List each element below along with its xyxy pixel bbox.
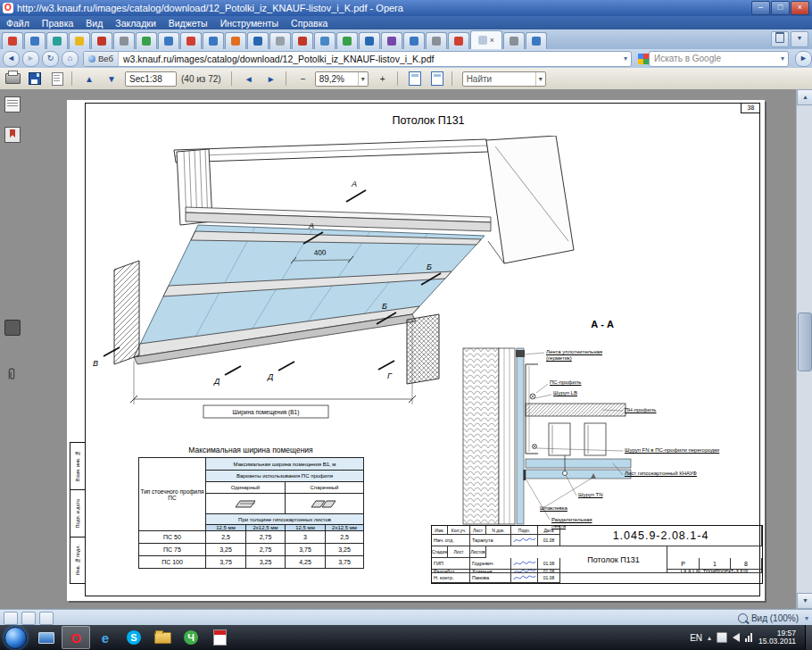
- maximize-button[interactable]: □: [771, 1, 790, 15]
- next-view-button[interactable]: ►: [261, 71, 281, 87]
- tab[interactable]: [91, 32, 112, 49]
- url-text[interactable]: w3.knauf.ru/images/catalog/download/12_P…: [119, 54, 620, 64]
- start-button[interactable]: [4, 627, 27, 649]
- search-dropdown-icon[interactable]: ▾: [777, 54, 788, 62]
- volume-icon[interactable]: [733, 633, 740, 642]
- tab[interactable]: [359, 32, 380, 49]
- closed-tabs-button[interactable]: [771, 31, 789, 47]
- signature: [511, 558, 538, 570]
- copy-button[interactable]: [47, 71, 67, 87]
- tab[interactable]: [448, 32, 469, 49]
- opera-logo-icon: O: [3, 3, 13, 13]
- show-desktop-button[interactable]: [805, 625, 812, 650]
- page-number-input[interactable]: Sec1:38: [125, 71, 177, 87]
- fit-page-button[interactable]: [427, 71, 447, 87]
- scrollbar-thumb[interactable]: [798, 312, 812, 371]
- tab[interactable]: [113, 32, 135, 49]
- tab[interactable]: [336, 32, 358, 49]
- go-button[interactable]: ►: [795, 51, 812, 67]
- vertical-scrollbar[interactable]: ▲ ▼: [796, 89, 812, 609]
- zoom-out-button[interactable]: −: [294, 71, 313, 87]
- status-tools-button[interactable]: [39, 612, 54, 625]
- title-block: Изм. Кол.уч. Лист N док. Подп. Дата 1.04…: [431, 525, 763, 584]
- tab[interactable]: [269, 32, 291, 49]
- images-button[interactable]: [21, 612, 36, 625]
- stamp-header: Подп.: [511, 526, 538, 535]
- menu-view[interactable]: Вид: [79, 18, 109, 29]
- tab-list-button[interactable]: ▾: [791, 31, 808, 47]
- tab[interactable]: [69, 32, 90, 49]
- tab[interactable]: [180, 32, 202, 49]
- taskbar-app-computer[interactable]: [33, 627, 60, 648]
- address-dropdown-icon[interactable]: ▾: [620, 54, 631, 62]
- zoom-in-button[interactable]: +: [373, 71, 393, 87]
- taskbar-app-folder[interactable]: [149, 627, 176, 648]
- find-input[interactable]: Найти▾: [462, 71, 546, 87]
- tab[interactable]: [225, 32, 246, 49]
- search-field[interactable]: Искать в Google ▾: [649, 51, 789, 67]
- tab[interactable]: [247, 32, 269, 49]
- menu-widgets[interactable]: Виджеты: [162, 18, 214, 29]
- menu-bookmarks[interactable]: Закладки: [109, 18, 162, 29]
- menu-help[interactable]: Справка: [285, 18, 334, 29]
- label-ps-profile: ПС-профиль: [550, 379, 581, 386]
- minimize-button[interactable]: –: [751, 1, 770, 15]
- tab[interactable]: [503, 32, 525, 49]
- bookmarks-panel-icon[interactable]: [4, 127, 21, 143]
- print-button[interactable]: [3, 71, 22, 87]
- action-center-icon[interactable]: [717, 632, 727, 643]
- stamp-header: Лист: [470, 526, 486, 535]
- menu-tools[interactable]: Инструменты: [214, 18, 285, 29]
- taskbar-app-skype[interactable]: S: [120, 627, 147, 648]
- tab[interactable]: [314, 32, 336, 49]
- tab[interactable]: [292, 32, 313, 49]
- menu-edit[interactable]: Правка: [36, 18, 79, 29]
- tab[interactable]: [403, 32, 425, 49]
- address-field[interactable]: Веб w3.knauf.ru/images/catalog/download/…: [83, 51, 632, 67]
- tab[interactable]: [136, 32, 157, 49]
- zoom-level-select[interactable]: 89,2%▾: [315, 71, 369, 87]
- zoom-dropdown-icon[interactable]: ▾: [801, 614, 812, 622]
- fit-width-button[interactable]: [405, 71, 425, 87]
- save-button[interactable]: [25, 71, 45, 87]
- layers-panel-icon[interactable]: [4, 320, 21, 336]
- home-button[interactable]: ⌂: [62, 51, 79, 67]
- next-page-button[interactable]: ▼: [102, 71, 121, 87]
- forward-button[interactable]: ►: [22, 51, 39, 67]
- cell: 3: [286, 531, 326, 544]
- tab[interactable]: [381, 32, 402, 49]
- tab-close-icon[interactable]: ×: [490, 37, 494, 45]
- taskbar-app-app-green[interactable]: Ч: [178, 627, 204, 648]
- previous-view-button[interactable]: ◄: [239, 71, 259, 87]
- tab[interactable]: [2, 32, 23, 49]
- tab[interactable]: [426, 32, 447, 49]
- find-dropdown-icon[interactable]: ▾: [535, 72, 545, 86]
- taskbar-clock[interactable]: 19:57 15.03.2011: [758, 629, 796, 646]
- tab[interactable]: [526, 32, 547, 49]
- tray-expand-icon[interactable]: ▴: [708, 634, 711, 642]
- menu-file[interactable]: Файл: [0, 18, 36, 29]
- tab[interactable]: [158, 32, 179, 49]
- tab[interactable]: [203, 32, 224, 49]
- pages-panel-icon[interactable]: [4, 96, 21, 112]
- scroll-down-button[interactable]: ▼: [797, 593, 812, 609]
- close-button[interactable]: ×: [791, 1, 809, 15]
- attachments-panel-icon[interactable]: [4, 368, 19, 382]
- tab[interactable]: [46, 32, 68, 49]
- network-icon[interactable]: [745, 633, 753, 642]
- panels-button[interactable]: [4, 612, 18, 625]
- tab-bar: × ▾: [0, 29, 812, 49]
- taskbar-app-opera[interactable]: O: [62, 626, 90, 649]
- language-indicator[interactable]: EN: [690, 633, 702, 643]
- zoom-level[interactable]: Вид (100%): [751, 613, 799, 623]
- previous-page-button[interactable]: ▲: [79, 71, 99, 87]
- taskbar-app-ie[interactable]: e: [92, 627, 119, 648]
- taskbar-app-pdf-doc[interactable]: [206, 627, 233, 648]
- back-button[interactable]: ◄: [3, 51, 20, 67]
- tab-active[interactable]: ×: [470, 30, 502, 49]
- scroll-up-button[interactable]: ▲: [797, 89, 812, 105]
- tab[interactable]: [24, 32, 46, 49]
- reload-button[interactable]: ↻: [42, 51, 59, 67]
- tab-favicon: [276, 37, 285, 46]
- zoom-dropdown-icon[interactable]: ▾: [358, 72, 368, 86]
